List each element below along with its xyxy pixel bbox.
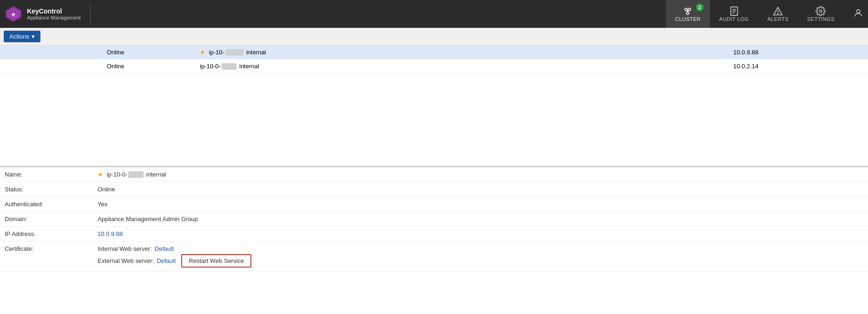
detail-auth-value: Yes (98, 201, 107, 208)
actions-button[interactable]: Actions ▾ (4, 31, 40, 42)
detail-name-suffix: internal (145, 171, 166, 178)
brand-title: KeyControl (27, 7, 81, 15)
cert-external-label: External Web server: (98, 257, 154, 264)
cluster-table: Online ★ ip-10-●●●●● internal 10.0.9.88 … (0, 46, 868, 73)
row2-name-suffix: internal (237, 63, 259, 70)
brand: e KeyControl Appliance Management (5, 5, 91, 23)
detail-name-redacted: ●●●● (128, 171, 144, 178)
cert-external-line: External Web server: Default Restart Web… (98, 254, 251, 268)
nav-settings-label: SETTINGS (807, 16, 835, 22)
row2-ip: 10.0.2.14 (729, 59, 868, 73)
detail-row-certificate: Certificate: Internal Web server: Defaul… (0, 242, 868, 272)
row2-name: ip-10-0-●●●● internal (195, 59, 729, 73)
cluster-icon (683, 6, 693, 16)
detail-row-domain: Domain: Appliance Management Admin Group (0, 212, 868, 227)
navbar: e KeyControl Appliance Management 2 CLUS… (0, 0, 868, 28)
svg-point-15 (820, 10, 822, 13)
row1-status: Online (102, 46, 195, 59)
actions-label: Actions (9, 33, 29, 40)
navbar-nav: 2 CLUSTER AUDIT LOG (666, 0, 844, 28)
detail-status-value: Online (98, 186, 115, 193)
row2-name-redacted: ●●●● (222, 63, 237, 70)
detail-auth-label: Authenticated: (5, 201, 98, 208)
detail-row-authenticated: Authenticated: Yes (0, 197, 868, 212)
svg-point-3 (685, 8, 688, 11)
cert-internal-link[interactable]: Default (155, 245, 174, 252)
row2-name-prefix: ip-10-0- (200, 63, 221, 70)
nav-alerts-label: ALERTS (767, 16, 789, 22)
nav-item-audit-log[interactable]: AUDIT LOG (710, 0, 758, 28)
alerts-icon (773, 6, 783, 16)
nav-item-settings[interactable]: SETTINGS (798, 0, 844, 28)
actions-dropdown-arrow: ▾ (32, 33, 35, 40)
detail-name-label: Name: (5, 171, 98, 178)
nav-cluster-label: CLUSTER (675, 16, 701, 22)
svg-text:e: e (12, 11, 15, 18)
row1-node (0, 46, 102, 59)
cluster-badge: 2 (696, 4, 704, 11)
table-row[interactable]: Online ★ ip-10-●●●●● internal 10.0.9.88 (0, 46, 868, 59)
row1-ip: 10.0.9.88 (729, 46, 868, 59)
cert-internal-label: Internal Web server: (98, 245, 152, 252)
nav-audit-label: AUDIT LOG (719, 16, 749, 22)
svg-point-5 (687, 12, 690, 15)
detail-panel: Name: ★ ip-10-0-●●●● internal Status: On… (0, 166, 868, 272)
detail-row-status: Status: Online (0, 182, 868, 197)
detail-row-name: Name: ★ ip-10-0-●●●● internal (0, 167, 868, 182)
row1-name-suffix: internal (244, 49, 266, 56)
row1-name: ★ ip-10-●●●●● internal (195, 46, 729, 59)
detail-cert-label: Certificate: (5, 245, 98, 252)
cluster-table-container: Online ★ ip-10-●●●●● internal 10.0.9.88 … (0, 46, 868, 73)
svg-point-4 (688, 8, 691, 11)
row1-name-redacted: ●●●●● (225, 49, 243, 56)
star-icon: ★ (200, 49, 205, 56)
brand-text: KeyControl Appliance Management (27, 7, 81, 20)
detail-status-label: Status: (5, 186, 98, 193)
brand-subtitle: Appliance Management (27, 15, 81, 20)
detail-star-icon: ★ (98, 171, 103, 178)
restart-web-service-button[interactable]: Restart Web Service (181, 254, 251, 268)
table-row[interactable]: Online ip-10-0-●●●● internal 10.0.2.14 (0, 59, 868, 73)
detail-ip-value: 10.0.9.88 (98, 230, 123, 237)
table-spacer (0, 73, 868, 166)
row2-node (0, 59, 102, 73)
svg-point-14 (777, 13, 778, 14)
actions-bar: Actions ▾ (0, 28, 868, 46)
entrust-logo: e (5, 5, 22, 23)
audit-log-icon (729, 6, 739, 16)
detail-ip-label: IP Address: (5, 230, 98, 237)
detail-name-value: ★ ip-10-0-●●●● internal (98, 171, 166, 178)
cert-external-link[interactable]: Default (157, 257, 176, 264)
row1-name-prefix: ip-10- (209, 49, 224, 56)
detail-domain-label: Domain: (5, 216, 98, 222)
nav-item-alerts[interactable]: ALERTS (758, 0, 798, 28)
nav-item-cluster[interactable]: 2 CLUSTER (666, 0, 710, 28)
ip-address-link[interactable]: 10.0.9.88 (98, 230, 123, 237)
detail-name-prefix: ip-10-0- (107, 171, 128, 178)
svg-point-16 (856, 9, 860, 13)
settings-icon (815, 6, 826, 16)
user-icon[interactable] (853, 8, 863, 20)
detail-row-ip: IP Address: 10.0.9.88 (0, 227, 868, 242)
detail-domain-value: Appliance Management Admin Group (98, 216, 198, 222)
row2-status: Online (102, 59, 195, 73)
cert-internal-line: Internal Web server: Default (98, 245, 251, 252)
detail-cert-value: Internal Web server: Default External We… (98, 245, 251, 268)
cert-row: Internal Web server: Default External We… (98, 245, 251, 268)
